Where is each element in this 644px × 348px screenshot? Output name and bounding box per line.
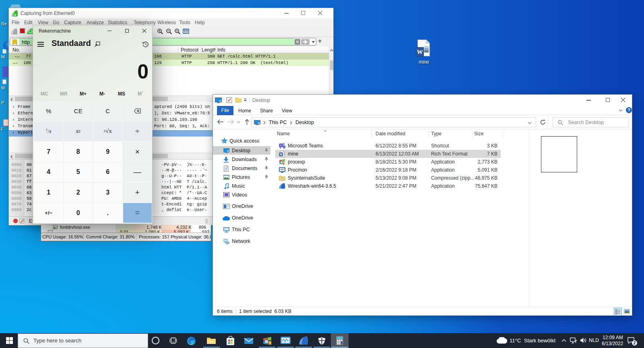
svg-text:T: T (280, 144, 282, 147)
svg-text:W: W (279, 153, 283, 156)
